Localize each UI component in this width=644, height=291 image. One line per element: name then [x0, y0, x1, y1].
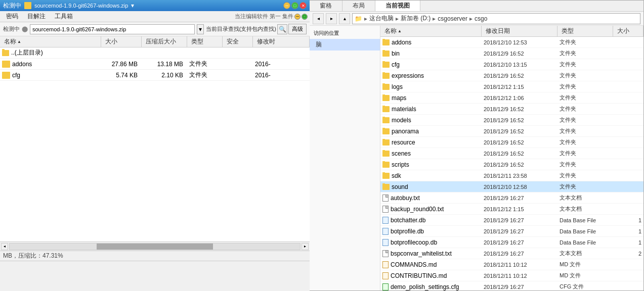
rth-modified[interactable]: 修改日期	[482, 26, 557, 36]
minimize-button[interactable]: ─	[283, 2, 290, 9]
col-modified[interactable]: 修改时	[253, 36, 310, 47]
table-row[interactable]: autobuy.txt 2018/12/9 16:27 文本文档	[380, 192, 643, 204]
left-scrollbar[interactable]: ◂ ▸	[0, 241, 310, 251]
col-security[interactable]: 安全	[223, 36, 253, 47]
table-row[interactable]: CONTRIBUTING.md 2018/12/11 10:12 MD 文件	[380, 270, 643, 281]
scroll-left[interactable]: ◂	[1, 243, 8, 250]
sub-min-btn[interactable]: ─	[294, 14, 300, 20]
file-name: demo_polish_settings.cfg	[391, 283, 459, 290]
table-row[interactable]: resource 2018/12/9 16:52 文件夹	[380, 137, 643, 148]
table-row[interactable]: logs 2018/12/12 1:15 文件夹	[380, 81, 643, 92]
table-row[interactable]: scripts 2018/12/9 16:52 文件夹	[380, 159, 643, 170]
detecting-status: 检测中	[3, 25, 20, 33]
table-row[interactable]: bin 2018/12/9 16:52 文件夹	[380, 48, 643, 59]
text-icon	[382, 206, 389, 213]
folder-icon	[382, 184, 390, 190]
breadcrumb-item-0[interactable]: 这台电脑	[369, 14, 394, 23]
rth-name[interactable]: 名称 ▲	[380, 26, 482, 36]
table-row[interactable]: backup_round00.txt 2018/12/12 1:15 文本文档	[380, 204, 643, 215]
table-row[interactable]: sdk 2018/12/11 23:58 文件夹	[380, 170, 643, 181]
table-row[interactable]: maps 2018/12/12 1:06 文件夹	[380, 92, 643, 104]
rth-type[interactable]: 类型	[557, 26, 613, 36]
dropdown-arrow[interactable]: ▾	[131, 2, 134, 9]
folder-icon	[382, 84, 390, 90]
right-main: 访问的位置 脑 名称 ▲ 修改日期 类型	[310, 26, 643, 290]
md-icon	[382, 261, 389, 268]
sub-max-btn[interactable]: □	[302, 14, 308, 20]
file-name: bspconvar_whitelist.txt	[391, 250, 452, 257]
cfg-icon	[382, 283, 389, 290]
table-row[interactable]: panorama 2018/12/9 16:52 文件夹	[380, 126, 643, 137]
table-row[interactable]: sound 2018/12/10 12:58 文件夹	[380, 181, 643, 192]
nav-up-button[interactable]: ▴	[339, 13, 350, 24]
table-row[interactable]: addons 27.86 MB 13.18 MB 文件夹 2016-	[0, 59, 310, 70]
folder-icon	[382, 117, 390, 123]
file-name: maps	[392, 94, 406, 102]
tab-current-view[interactable]: 当前视图	[375, 1, 420, 11]
table-row[interactable]: botprofilecoop.db 2018/12/9 16:27 Data B…	[380, 237, 643, 248]
col-compressed[interactable]: 压缩后大小	[142, 36, 187, 47]
right-panel: 窗格 布局 当前视图 ◂ ▸ ▴ 📁 ▸ 这台电脑 ▸ 新加卷 (D:) ▸ c…	[310, 0, 644, 291]
table-row[interactable]: COMMANDS.md 2018/12/11 10:12 MD 文件	[380, 259, 643, 270]
file-name: autobuy.txt	[391, 195, 420, 202]
col-type[interactable]: 类型	[187, 36, 223, 47]
sidebar-section-visited: 访问的位置	[310, 28, 380, 39]
menu-tools[interactable]: 工具箱	[51, 11, 77, 22]
table-row[interactable]: ..(上层目录)	[0, 47, 310, 59]
tab-layout[interactable]: 布局	[342, 1, 375, 11]
table-row[interactable]: scenes 2018/12/9 16:52 文件夹	[380, 148, 643, 159]
table-row[interactable]: demo_polish_settings.cfg 2018/12/9 16:27…	[380, 281, 643, 290]
folder-icon	[382, 151, 390, 157]
table-row[interactable]: botchatter.db 2018/12/9 16:27 Data Base …	[380, 215, 643, 226]
menu-password[interactable]: 密码	[2, 11, 22, 22]
status-text: MB，压缩比：47.31%	[3, 252, 63, 260]
search-label: 当前目录查找(支持包内查找)	[206, 25, 276, 33]
table-row[interactable]: expressions 2018/12/9 16:52 文件夹	[380, 70, 643, 81]
tab-pane[interactable]: 窗格	[310, 1, 342, 11]
db-icon	[382, 217, 389, 224]
col-name[interactable]: 名称 ▲	[0, 36, 101, 47]
folder-icon	[2, 50, 9, 56]
table-row[interactable]: cfg 5.74 KB 2.10 KB 文件夹 2016-	[0, 70, 310, 81]
maximize-button[interactable]: □	[291, 2, 298, 9]
rth-size[interactable]: 大小	[613, 26, 643, 36]
table-row[interactable]: models 2018/12/9 16:52 文件夹	[380, 115, 643, 126]
db-icon	[382, 239, 389, 246]
file-name: cfg	[392, 61, 400, 68]
breadcrumb-item-3[interactable]: csgo	[475, 15, 487, 22]
nav-back-button[interactable]: ◂	[313, 13, 324, 24]
file-name: scenes	[392, 150, 411, 157]
path-input[interactable]	[30, 24, 195, 34]
file-name: botprofilecoop.db	[391, 239, 437, 246]
breadcrumb[interactable]: 📁 ▸ 这台电脑 ▸ 新加卷 (D:) ▸ csgoserver ▸ csgo	[352, 13, 640, 24]
file-name: materials	[392, 106, 416, 113]
breadcrumb-item-1[interactable]: 新加卷 (D:)	[401, 14, 431, 23]
path-dropdown[interactable]: ▾	[197, 24, 204, 34]
scroll-right[interactable]: ▸	[302, 243, 309, 250]
breadcrumb-item-2[interactable]: csgoserver	[438, 15, 467, 22]
scrollbar-track[interactable]	[9, 243, 300, 250]
nav-forward-button[interactable]: ▸	[326, 13, 337, 24]
file-name: expressions	[392, 72, 424, 79]
advanced-button[interactable]: 高级	[288, 24, 307, 34]
search-button[interactable]: 🔍	[277, 24, 287, 34]
right-titlebar: 窗格 布局 当前视图	[310, 1, 643, 12]
file-name: botprofile.db	[391, 228, 424, 235]
sidebar-item-computer[interactable]: 脑	[310, 39, 380, 51]
folder-icon	[382, 51, 390, 57]
table-row[interactable]: cfg 2018/12/10 13:15 文件夹	[380, 59, 643, 70]
close-button[interactable]: ✕	[299, 2, 307, 9]
menu-decomment[interactable]: 目解注	[23, 11, 50, 22]
table-row[interactable]: addons 2018/12/10 12:53 文件夹	[380, 37, 643, 48]
breadcrumb-up-icon: 📁	[355, 15, 362, 22]
window-controls: ─ □ ✕	[283, 2, 307, 9]
table-row[interactable]: bspconvar_whitelist.txt 2018/12/9 16:27 …	[380, 248, 643, 259]
right-file-list: addons 2018/12/10 12:53 文件夹 bin 2018/12/…	[380, 37, 643, 290]
col-size[interactable]: 大小	[101, 36, 142, 47]
scrollbar-thumb[interactable]	[97, 244, 213, 250]
table-row[interactable]: botprofile.db 2018/12/9 16:27 Data Base …	[380, 226, 643, 237]
table-row[interactable]: materials 2018/12/9 16:52 文件夹	[380, 104, 643, 115]
db-icon	[382, 228, 389, 235]
folder-icon	[382, 39, 390, 45]
search-area: 当前目录查找(支持包内查找) 🔍 高级	[206, 24, 307, 34]
